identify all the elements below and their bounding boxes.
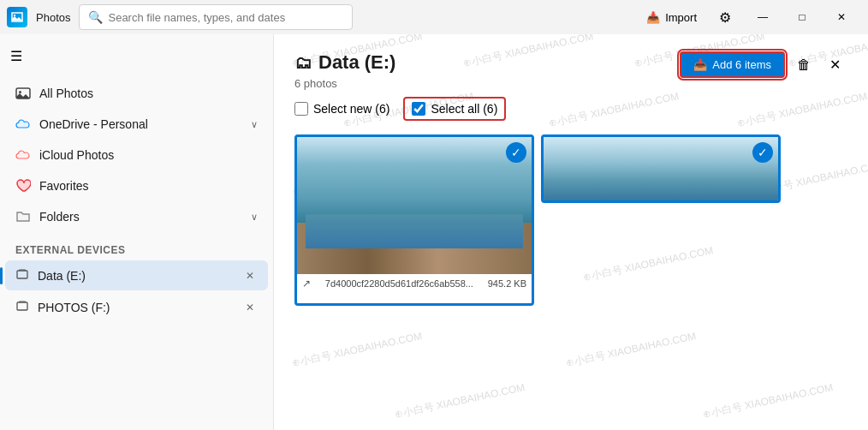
- content-area: ⊕小白号 XIAOBAIHAO.COM ⊕小白号 XIAOBAIHAO.COM …: [274, 34, 868, 430]
- titlebar-left: Photos 🔍: [7, 4, 353, 30]
- close-icon: ✕: [829, 57, 841, 72]
- sidebar-item-all-photos[interactable]: All Photos: [5, 79, 268, 108]
- sidebar: ☰ All Photos OneDrive - Personal ∨ iClou…: [0, 34, 274, 430]
- sidebar-item-label: Favorites: [39, 179, 258, 193]
- cloud-icon: [15, 116, 31, 132]
- sidebar-item-label: PHOTOS (F:): [38, 301, 234, 314]
- settings-button[interactable]: ⚙: [712, 6, 738, 29]
- photo-filename: 7d4000cf2280d5d61df26c6ab558...: [325, 278, 473, 289]
- heart-icon: [15, 178, 31, 194]
- sidebar-item-data-e[interactable]: Data (E:) ✕: [5, 260, 268, 290]
- sidebar-item-favorites[interactable]: Favorites: [5, 171, 268, 200]
- content-subtitle: 6 photos: [294, 77, 395, 90]
- svg-rect-3: [17, 271, 27, 278]
- import-label: Import: [665, 11, 697, 24]
- drive-icon: [15, 299, 29, 315]
- titlebar-right: 📥 Import ⚙ — □ ✕: [636, 3, 861, 31]
- maximize-button[interactable]: □: [782, 3, 822, 31]
- window-controls: — □ ✕: [743, 3, 861, 31]
- select-new-label: Select new (6): [313, 102, 389, 116]
- photo-footer: ↗ 7d4000cf2280d5d61df26c6ab558... 945.2 …: [297, 274, 532, 293]
- sidebar-item-label: iCloud Photos: [39, 148, 258, 162]
- remove-device-button[interactable]: ✕: [242, 268, 258, 284]
- select-all-label: Select all (6): [431, 102, 497, 116]
- import-button[interactable]: 📥 Import: [636, 8, 707, 27]
- search-input[interactable]: [108, 11, 343, 24]
- content-inner: 🗂 Data (E:) 6 photos 📥 Add 6 items 🗑 ✕: [294, 51, 847, 413]
- content-title-area: 🗂 Data (E:) 6 photos: [294, 51, 395, 90]
- external-devices-section: External Devices: [0, 232, 273, 260]
- svg-point-0: [14, 15, 15, 16]
- hamburger-button[interactable]: ☰: [3, 41, 29, 71]
- add-icon: 📥: [693, 58, 707, 71]
- photo-selected-check: ✓: [506, 142, 526, 163]
- drive-title-icon: 🗂: [294, 53, 312, 73]
- app-title: Photos: [36, 11, 70, 24]
- select-new-input[interactable]: [294, 102, 308, 116]
- sidebar-item-label: Folders: [39, 210, 242, 224]
- minimize-button[interactable]: —: [743, 3, 782, 31]
- photo-icon: [15, 86, 31, 101]
- sidebar-item-folders[interactable]: Folders ∨: [5, 202, 268, 231]
- close-content-button[interactable]: ✕: [823, 51, 847, 78]
- select-all-box: Select all (6): [403, 97, 506, 121]
- photo-thumbnail: [544, 137, 778, 200]
- header-actions: 📥 Add 6 items 🗑 ✕: [680, 51, 847, 78]
- svg-rect-4: [17, 302, 27, 310]
- sidebar-item-label: All Photos: [39, 87, 258, 100]
- photo-grid: ✓ ↗ 7d4000cf2280d5d61df26c6ab558... 945.…: [294, 134, 847, 413]
- sidebar-item-icloud[interactable]: iCloud Photos: [5, 140, 268, 170]
- hamburger-icon: ☰: [10, 49, 22, 63]
- sidebar-top: ☰: [0, 34, 273, 78]
- close-button[interactable]: ✕: [822, 3, 861, 31]
- add-items-button[interactable]: 📥 Add 6 items: [680, 51, 785, 78]
- svg-point-2: [19, 91, 21, 93]
- import-icon: 📥: [646, 11, 660, 24]
- icloud-icon: [15, 147, 31, 163]
- sidebar-item-onedrive[interactable]: OneDrive - Personal ∨: [5, 110, 268, 139]
- search-bar[interactable]: 🔍: [79, 4, 353, 30]
- photo-thumbnail: [297, 137, 532, 274]
- photo-selected-check: ✓: [752, 142, 773, 163]
- chevron-down-icon: ∨: [251, 212, 258, 223]
- app-icon: [7, 7, 27, 27]
- select-row: Select new (6) Select all (6): [294, 97, 847, 121]
- sidebar-item-label: Data (E:): [38, 269, 234, 283]
- drive-title-text: Data (E:): [318, 51, 395, 74]
- active-indicator: [0, 267, 3, 284]
- trash-icon: 🗑: [797, 57, 811, 72]
- content-title: 🗂 Data (E:): [294, 51, 395, 74]
- content-header: 🗂 Data (E:) 6 photos 📥 Add 6 items 🗑 ✕: [294, 51, 847, 90]
- select-all-checkbox[interactable]: Select all (6): [412, 102, 497, 116]
- photo-item[interactable]: ✓: [541, 134, 781, 203]
- add-button-label: Add 6 items: [712, 58, 771, 71]
- delete-button[interactable]: 🗑: [790, 52, 817, 78]
- select-all-input[interactable]: [412, 102, 425, 116]
- folder-icon: [15, 209, 31, 224]
- sidebar-item-photos-f[interactable]: PHOTOS (F:) ✕: [5, 292, 268, 322]
- photo-item[interactable]: ✓ ↗ 7d4000cf2280d5d61df26c6ab558... 945.…: [294, 134, 534, 306]
- photo-size: 945.2 KB: [488, 278, 526, 289]
- sidebar-item-label: OneDrive - Personal: [39, 117, 242, 131]
- titlebar: Photos 🔍 📥 Import ⚙ — □ ✕: [0, 0, 868, 34]
- remove-device-button[interactable]: ✕: [242, 300, 258, 315]
- main-layout: ☰ All Photos OneDrive - Personal ∨ iClou…: [0, 34, 868, 430]
- search-icon: 🔍: [88, 10, 103, 24]
- expand-icon: ↗: [302, 278, 311, 290]
- drive-icon: [15, 267, 29, 284]
- gear-icon: ⚙: [719, 10, 731, 25]
- select-new-checkbox[interactable]: Select new (6): [294, 102, 389, 116]
- chevron-down-icon: ∨: [251, 119, 258, 130]
